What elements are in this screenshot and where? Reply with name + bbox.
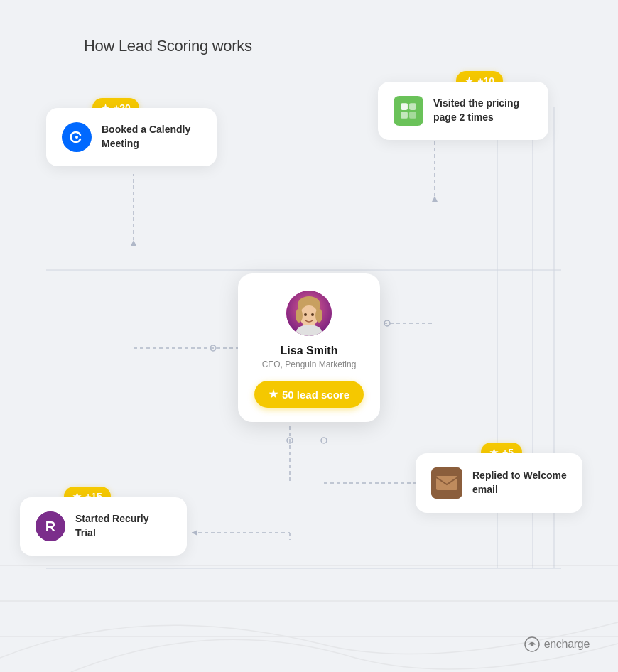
lisa-name: Lisa Smith [281,345,338,357]
svg-point-34 [296,308,303,323]
lead-score-text: 50 lead score [282,389,349,401]
svg-point-26 [75,136,78,139]
recurly-card-text: Started Recurly Trial [75,512,171,540]
svg-point-13 [321,438,327,443]
encharge-logo-text: encharge [544,638,590,651]
recurly-icon: R [36,511,65,541]
svg-point-3 [210,345,216,351]
lead-score-button[interactable]: ★ 50 lead score [254,381,364,408]
svg-rect-42 [436,476,457,490]
svg-point-38 [311,313,314,316]
svg-rect-30 [409,112,416,119]
svg-rect-28 [409,103,416,110]
recurly-card: R Started Recurly Trial [20,497,187,556]
svg-point-44 [530,643,533,646]
svg-point-12 [287,438,293,443]
svg-point-35 [315,308,322,323]
svg-rect-29 [401,112,408,119]
star-icon-score: ★ [269,388,278,401]
svg-point-37 [304,313,307,316]
calendly-icon [62,122,92,152]
lisa-card: Lisa Smith CEO, Penguin Marketing ★ 50 l… [238,273,380,422]
svg-marker-1 [131,240,136,246]
lisa-job-title: CEO, Penguin Marketing [262,359,357,369]
welcome-email-icon [431,467,462,499]
svg-text:R: R [45,519,56,534]
welcome-card-text: Replied to Welcome email [472,469,567,497]
welcome-card: Replied to Welcome email [416,453,582,513]
pricing-card: Visited the pricing page 2 times [378,82,548,140]
lisa-avatar [286,291,332,336]
calendly-card-text: Booked a Calendly Meeting [102,123,201,151]
pricing-card-text: Visited the pricing page 2 times [433,97,533,124]
page-title: How Lead Scoring works [84,37,252,55]
svg-rect-27 [401,103,408,110]
encharge-logo: encharge [524,636,590,652]
pricing-icon [394,96,423,126]
svg-marker-5 [432,196,438,202]
svg-point-7 [384,320,390,326]
page-container: How Lead Scoring works [0,0,618,672]
calendly-card: Booked a Calendly Meeting [46,108,217,166]
